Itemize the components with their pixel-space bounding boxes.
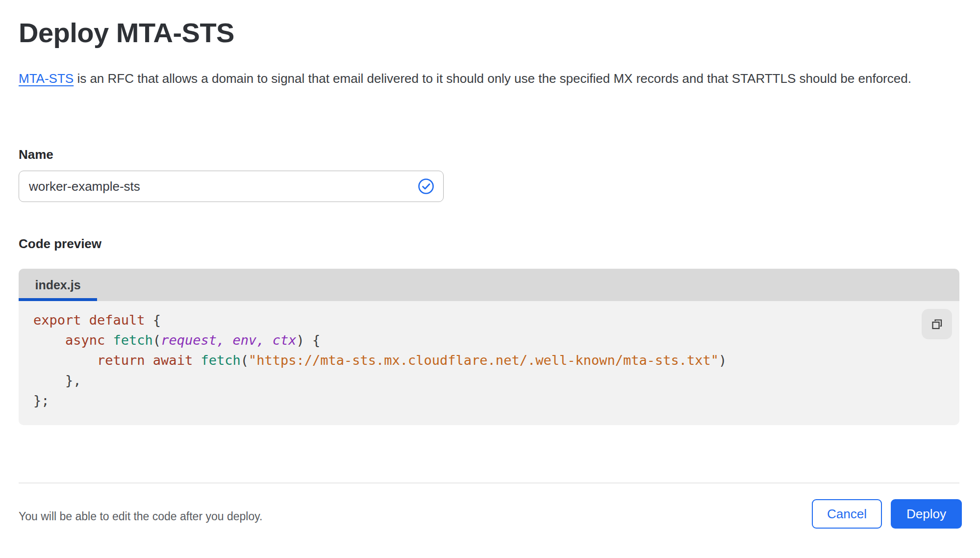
cancel-button[interactable]: Cancel [812, 499, 882, 529]
deploy-mta-sts-page: Deploy MTA-STS MTA-STS is an RFC that al… [0, 0, 980, 558]
page-title: Deploy MTA-STS [19, 17, 234, 49]
deploy-button[interactable]: Deploy [891, 499, 962, 529]
check-circle-icon [417, 178, 435, 195]
description: MTA-STS is an RFC that allows a domain t… [19, 68, 911, 89]
code-preview-label: Code preview [19, 236, 101, 252]
mta-sts-link[interactable]: MTA-STS [19, 71, 74, 86]
tab-label: index.js [35, 278, 80, 292]
tab-index-js[interactable]: index.js [19, 269, 97, 301]
code-content: export default { async fetch(request, en… [33, 310, 727, 410]
description-text: is an RFC that allows a domain to signal… [74, 71, 911, 86]
code-tab-bar: index.js [19, 269, 959, 301]
name-input[interactable] [19, 171, 444, 202]
copy-code-button[interactable] [922, 309, 952, 339]
footer-divider [19, 482, 959, 483]
code-preview-block: index.js export default { async fetch(re… [19, 269, 959, 425]
footer-note: You will be able to edit the code after … [19, 510, 262, 523]
code-area: export default { async fetch(request, en… [19, 301, 959, 425]
name-input-wrapper [19, 171, 444, 202]
copy-icon [930, 317, 944, 331]
name-label: Name [19, 147, 53, 162]
